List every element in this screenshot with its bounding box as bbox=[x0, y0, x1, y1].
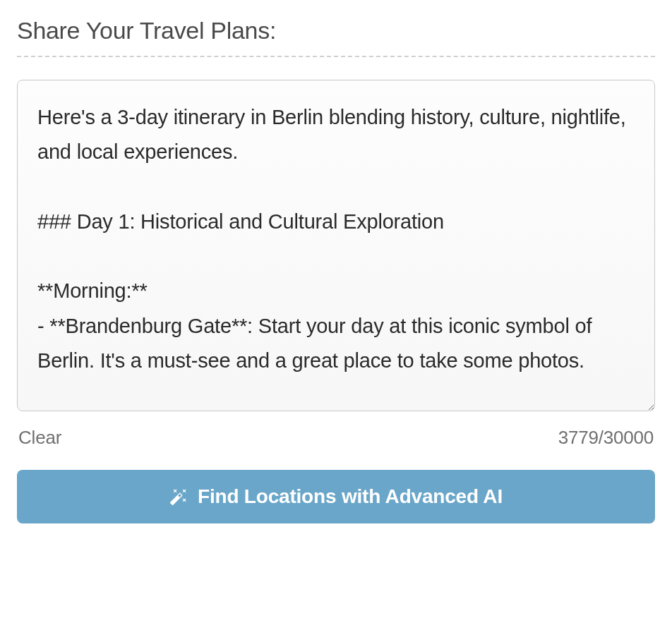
magic-wand-icon bbox=[169, 487, 188, 506]
travel-plans-textarea[interactable] bbox=[17, 80, 655, 411]
textarea-container bbox=[17, 80, 655, 414]
controls-row: Clear 3779/30000 bbox=[17, 427, 655, 449]
section-heading: Share Your Travel Plans: bbox=[17, 17, 655, 57]
find-locations-label: Find Locations with Advanced AI bbox=[198, 485, 503, 508]
character-count: 3779/30000 bbox=[558, 427, 654, 449]
clear-button[interactable]: Clear bbox=[18, 427, 61, 449]
find-locations-button[interactable]: Find Locations with Advanced AI bbox=[17, 470, 655, 523]
